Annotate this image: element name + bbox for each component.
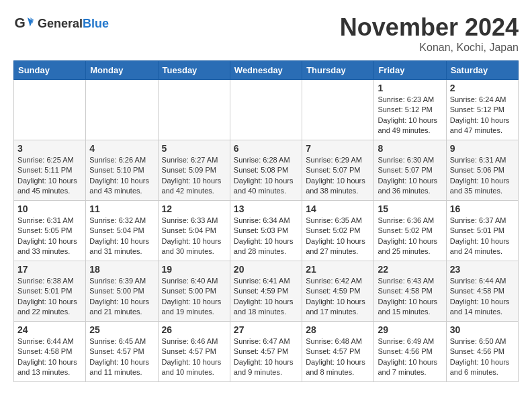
day-info: Sunrise: 6:27 AM Sunset: 5:09 PM Dayligh…	[162, 155, 226, 197]
day-number: 1	[378, 83, 442, 93]
day-info: Sunrise: 6:34 AM Sunset: 5:03 PM Dayligh…	[234, 216, 298, 257]
day-info: Sunrise: 6:47 AM Sunset: 4:57 PM Dayligh…	[234, 336, 298, 378]
calendar-cell: 8Sunrise: 6:30 AM Sunset: 5:07 PM Daylig…	[374, 140, 446, 201]
header-tuesday: Tuesday	[158, 61, 230, 80]
calendar-week-4: 24Sunrise: 6:44 AM Sunset: 4:58 PM Dayli…	[14, 322, 519, 382]
day-info: Sunrise: 6:25 AM Sunset: 5:11 PM Dayligh…	[17, 155, 82, 197]
calendar-week-1: 3Sunrise: 6:25 AM Sunset: 5:11 PM Daylig…	[14, 140, 519, 201]
calendar-cell: 18Sunrise: 6:39 AM Sunset: 5:00 PM Dayli…	[86, 261, 158, 322]
calendar-cell: 13Sunrise: 6:34 AM Sunset: 5:03 PM Dayli…	[230, 201, 302, 261]
calendar-cell: 25Sunrise: 6:45 AM Sunset: 4:57 PM Dayli…	[86, 322, 158, 382]
weekday-header-row: Sunday Monday Tuesday Wednesday Thursday…	[14, 61, 519, 80]
day-info: Sunrise: 6:30 AM Sunset: 5:07 PM Dayligh…	[378, 155, 442, 197]
day-info: Sunrise: 6:33 AM Sunset: 5:04 PM Dayligh…	[162, 216, 226, 257]
day-number: 29	[378, 324, 442, 335]
day-number: 15	[378, 203, 442, 214]
calendar-cell	[230, 80, 302, 140]
calendar-cell: 27Sunrise: 6:47 AM Sunset: 4:57 PM Dayli…	[230, 322, 302, 382]
day-number: 5	[162, 143, 226, 154]
day-number: 7	[306, 143, 370, 154]
day-number: 18	[89, 264, 154, 275]
calendar-cell: 7Sunrise: 6:29 AM Sunset: 5:07 PM Daylig…	[302, 140, 374, 201]
calendar-cell	[302, 80, 374, 140]
day-info: Sunrise: 6:50 AM Sunset: 4:56 PM Dayligh…	[450, 336, 515, 378]
calendar-week-2: 10Sunrise: 6:31 AM Sunset: 5:05 PM Dayli…	[14, 201, 519, 261]
month-title: November 2024	[340, 13, 519, 42]
header-wednesday: Wednesday	[230, 61, 302, 80]
calendar-cell: 15Sunrise: 6:36 AM Sunset: 5:02 PM Dayli…	[374, 201, 446, 261]
day-number: 30	[450, 324, 515, 335]
calendar-cell: 22Sunrise: 6:43 AM Sunset: 4:58 PM Dayli…	[374, 261, 446, 322]
day-info: Sunrise: 6:24 AM Sunset: 5:12 PM Dayligh…	[450, 95, 515, 136]
day-number: 22	[378, 264, 442, 275]
day-number: 25	[89, 324, 154, 335]
logo: G GeneralBlue	[13, 13, 109, 34]
location: Konan, Kochi, Japan	[340, 42, 519, 54]
day-number: 2	[450, 83, 515, 93]
day-info: Sunrise: 6:26 AM Sunset: 5:10 PM Dayligh…	[89, 155, 154, 197]
day-number: 24	[17, 324, 82, 335]
calendar-cell: 20Sunrise: 6:41 AM Sunset: 4:59 PM Dayli…	[230, 261, 302, 322]
calendar-cell: 19Sunrise: 6:40 AM Sunset: 5:00 PM Dayli…	[158, 261, 230, 322]
calendar-body: 1Sunrise: 6:23 AM Sunset: 5:12 PM Daylig…	[14, 80, 519, 382]
calendar-cell: 21Sunrise: 6:42 AM Sunset: 4:59 PM Dayli…	[302, 261, 374, 322]
calendar-cell: 30Sunrise: 6:50 AM Sunset: 4:56 PM Dayli…	[446, 322, 518, 382]
day-number: 19	[162, 264, 226, 275]
day-info: Sunrise: 6:40 AM Sunset: 5:00 PM Dayligh…	[162, 276, 226, 318]
calendar-week-3: 17Sunrise: 6:38 AM Sunset: 5:01 PM Dayli…	[14, 261, 519, 322]
day-info: Sunrise: 6:35 AM Sunset: 5:02 PM Dayligh…	[306, 216, 370, 257]
day-info: Sunrise: 6:46 AM Sunset: 4:57 PM Dayligh…	[162, 336, 226, 378]
day-number: 21	[306, 264, 370, 275]
day-number: 13	[234, 203, 298, 214]
logo-general: General	[38, 17, 83, 30]
calendar-cell: 26Sunrise: 6:46 AM Sunset: 4:57 PM Dayli…	[158, 322, 230, 382]
day-number: 6	[234, 143, 298, 154]
day-info: Sunrise: 6:45 AM Sunset: 4:57 PM Dayligh…	[89, 336, 154, 378]
calendar-cell: 23Sunrise: 6:44 AM Sunset: 4:58 PM Dayli…	[446, 261, 518, 322]
day-number: 3	[17, 143, 82, 154]
day-info: Sunrise: 6:39 AM Sunset: 5:00 PM Dayligh…	[89, 276, 154, 318]
day-number: 4	[89, 143, 154, 154]
calendar-cell: 9Sunrise: 6:31 AM Sunset: 5:06 PM Daylig…	[446, 140, 518, 201]
calendar-cell: 29Sunrise: 6:49 AM Sunset: 4:56 PM Dayli…	[374, 322, 446, 382]
calendar-cell: 4Sunrise: 6:26 AM Sunset: 5:10 PM Daylig…	[86, 140, 158, 201]
day-info: Sunrise: 6:42 AM Sunset: 4:59 PM Dayligh…	[306, 276, 370, 318]
day-info: Sunrise: 6:44 AM Sunset: 4:58 PM Dayligh…	[450, 276, 515, 318]
day-info: Sunrise: 6:43 AM Sunset: 4:58 PM Dayligh…	[378, 276, 442, 318]
calendar-week-0: 1Sunrise: 6:23 AM Sunset: 5:12 PM Daylig…	[14, 80, 519, 140]
header-thursday: Thursday	[302, 61, 374, 80]
day-info: Sunrise: 6:32 AM Sunset: 5:04 PM Dayligh…	[89, 216, 154, 257]
day-number: 16	[450, 203, 515, 214]
day-number: 9	[450, 143, 515, 154]
logo-icon: G	[13, 13, 34, 34]
day-info: Sunrise: 6:37 AM Sunset: 5:01 PM Dayligh…	[450, 216, 515, 257]
calendar-cell: 3Sunrise: 6:25 AM Sunset: 5:11 PM Daylig…	[14, 140, 86, 201]
calendar-cell	[14, 80, 86, 140]
calendar-cell: 10Sunrise: 6:31 AM Sunset: 5:05 PM Dayli…	[14, 201, 86, 261]
day-info: Sunrise: 6:28 AM Sunset: 5:08 PM Dayligh…	[234, 155, 298, 197]
title-area: November 2024 Konan, Kochi, Japan	[340, 13, 519, 54]
day-number: 28	[306, 324, 370, 335]
day-info: Sunrise: 6:36 AM Sunset: 5:02 PM Dayligh…	[378, 216, 442, 257]
day-info: Sunrise: 6:31 AM Sunset: 5:05 PM Dayligh…	[17, 216, 82, 257]
day-info: Sunrise: 6:41 AM Sunset: 4:59 PM Dayligh…	[234, 276, 298, 318]
calendar-cell: 16Sunrise: 6:37 AM Sunset: 5:01 PM Dayli…	[446, 201, 518, 261]
calendar-cell: 24Sunrise: 6:44 AM Sunset: 4:58 PM Dayli…	[14, 322, 86, 382]
calendar-cell: 28Sunrise: 6:48 AM Sunset: 4:57 PM Dayli…	[302, 322, 374, 382]
header: G GeneralBlue November 2024 Konan, Kochi…	[13, 13, 519, 54]
day-number: 17	[17, 264, 82, 275]
logo-wordmark: GeneralBlue	[38, 17, 109, 31]
calendar-cell: 5Sunrise: 6:27 AM Sunset: 5:09 PM Daylig…	[158, 140, 230, 201]
calendar-cell: 2Sunrise: 6:24 AM Sunset: 5:12 PM Daylig…	[446, 80, 518, 140]
calendar-header: Sunday Monday Tuesday Wednesday Thursday…	[14, 61, 519, 80]
day-info: Sunrise: 6:38 AM Sunset: 5:01 PM Dayligh…	[17, 276, 82, 318]
calendar-cell: 6Sunrise: 6:28 AM Sunset: 5:08 PM Daylig…	[230, 140, 302, 201]
calendar-cell: 14Sunrise: 6:35 AM Sunset: 5:02 PM Dayli…	[302, 201, 374, 261]
day-info: Sunrise: 6:29 AM Sunset: 5:07 PM Dayligh…	[306, 155, 370, 197]
day-info: Sunrise: 6:44 AM Sunset: 4:58 PM Dayligh…	[17, 336, 82, 378]
day-info: Sunrise: 6:31 AM Sunset: 5:06 PM Dayligh…	[450, 155, 515, 197]
day-info: Sunrise: 6:49 AM Sunset: 4:56 PM Dayligh…	[378, 336, 442, 378]
day-number: 8	[378, 143, 442, 154]
calendar-cell: 12Sunrise: 6:33 AM Sunset: 5:04 PM Dayli…	[158, 201, 230, 261]
calendar-cell	[158, 80, 230, 140]
